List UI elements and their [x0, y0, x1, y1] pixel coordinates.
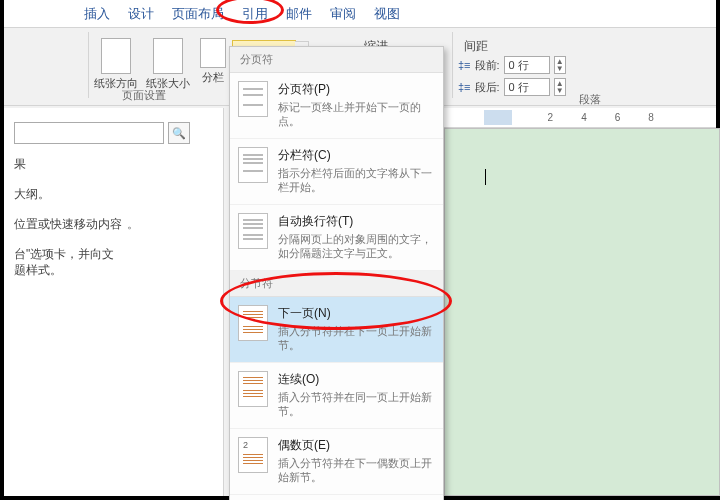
panel-text-4a: 台"选项卡，并向文	[14, 247, 114, 261]
orientation-button[interactable]: 纸张方向	[92, 34, 140, 91]
breaks-menu: 分页符 分页符(P) 标记一页终止并开始下一页的点。 分栏符(C) 指示分栏符后…	[229, 46, 444, 500]
menu-item-desc: 插入分节符并在同一页上开始新节。	[278, 390, 435, 418]
menu-item-next-page[interactable]: 下一页(N) 插入分节符并在下一页上开始新节。	[230, 297, 443, 363]
continuous-icon	[238, 371, 268, 407]
ruler-margin	[484, 110, 512, 125]
columns-label: 分栏	[202, 71, 224, 83]
tab-view[interactable]: 视图	[374, 5, 400, 23]
tab-review[interactable]: 审阅	[330, 5, 356, 23]
menu-item-odd-page[interactable]: 1 奇数页(D) 插入分节符并在下一奇数页上开始新节。	[230, 495, 443, 500]
column-break-icon	[238, 147, 268, 183]
menu-item-even-page[interactable]: 2 偶数页(E) 插入分节符并在下一偶数页上开始新节。	[230, 429, 443, 495]
spacing-after-label: 段后:	[475, 80, 500, 95]
tab-insert[interactable]: 插入	[84, 5, 110, 23]
text-wrap-icon	[238, 213, 268, 249]
paper-size-button[interactable]: 纸张大小	[144, 34, 192, 91]
search-button[interactable]: 🔍	[168, 122, 190, 144]
tab-references[interactable]: 引用	[242, 5, 268, 23]
tab-mailings[interactable]: 邮件	[286, 5, 312, 23]
next-page-icon	[238, 305, 268, 341]
menu-header-section-breaks: 分节符	[230, 271, 443, 297]
spacing-before: ‡≡ 段前: 0 行 ▲▼	[458, 56, 566, 74]
menu-item-desc: 插入分节符并在下一偶数页上开始新节。	[278, 456, 435, 484]
columns-button[interactable]: 分栏	[196, 34, 230, 85]
spacing-before-input[interactable]: 0 行	[504, 56, 550, 74]
tab-page-layout[interactable]: 页面布局	[172, 5, 224, 23]
ribbon-tabs: 插入 设计 页面布局 引用 邮件 审阅 视图	[4, 0, 716, 28]
menu-item-desc: 标记一页终止并开始下一页的点。	[278, 100, 435, 128]
spacing-group-label: 间距	[464, 38, 488, 55]
menu-item-title: 分页符(P)	[278, 81, 435, 98]
menu-item-text-wrap[interactable]: 自动换行符(T) 分隔网页上的对象周围的文字，如分隔题注文字与正文。	[230, 205, 443, 271]
menu-item-desc: 指示分栏符后面的文字将从下一栏开始。	[278, 166, 435, 194]
menu-item-title: 自动换行符(T)	[278, 213, 435, 230]
menu-header-page-breaks: 分页符	[230, 47, 443, 73]
spacing-before-label: 段前:	[475, 58, 500, 73]
navigation-pane: 🔍 果 大纲。 位置或快速移动内容。 台"选项卡，并向文 题样式。	[4, 108, 224, 496]
ruler-tick-4: 6	[615, 112, 621, 123]
ruler[interactable]: 2 2 4 6 8	[444, 108, 716, 128]
menu-item-title: 分栏符(C)	[278, 147, 435, 164]
search-input[interactable]	[14, 122, 164, 144]
orientation-icon	[101, 38, 131, 74]
menu-item-title: 下一页(N)	[278, 305, 435, 322]
menu-item-continuous[interactable]: 连续(O) 插入分节符并在同一页上开始新节。	[230, 363, 443, 429]
spacing-after: ‡≡ 段后: 0 行 ▲▼	[458, 78, 566, 96]
menu-item-title: 连续(O)	[278, 371, 435, 388]
spacing-before-stepper[interactable]: ▲▼	[554, 56, 566, 74]
columns-icon	[200, 38, 226, 68]
spacing-after-stepper[interactable]: ▲▼	[554, 78, 566, 96]
spacing-after-icon: ‡≡	[458, 81, 471, 93]
spacing-after-input[interactable]: 0 行	[504, 78, 550, 96]
panel-text-3: 位置或快速移动内容	[14, 217, 122, 231]
ruler-tick-3: 4	[581, 112, 587, 123]
panel-text-2: 大纲。	[14, 187, 50, 201]
menu-item-title: 偶数页(E)	[278, 437, 435, 454]
menu-item-desc: 分隔网页上的对象周围的文字，如分隔题注文字与正文。	[278, 232, 435, 260]
menu-item-column-break[interactable]: 分栏符(C) 指示分栏符后面的文字将从下一栏开始。	[230, 139, 443, 205]
panel-text-1: 果	[14, 157, 26, 171]
page-break-icon	[238, 81, 268, 117]
group-page-setup-label: 页面设置	[122, 88, 166, 103]
search-icon: 🔍	[172, 127, 186, 140]
panel-text-4b: 题样式。	[14, 263, 62, 277]
text-cursor	[485, 169, 486, 185]
ruler-tick-5: 8	[648, 112, 654, 123]
even-page-icon: 2	[238, 437, 268, 473]
ruler-tick-2: 2	[548, 112, 554, 123]
tab-design[interactable]: 设计	[128, 5, 154, 23]
menu-item-page-break[interactable]: 分页符(P) 标记一页终止并开始下一页的点。	[230, 73, 443, 139]
paper-size-icon	[153, 38, 183, 74]
spacing-before-icon: ‡≡	[458, 59, 471, 71]
document-area[interactable]	[444, 128, 720, 496]
menu-item-desc: 插入分节符并在下一页上开始新节。	[278, 324, 435, 352]
group-paragraph-label: 段落	[579, 92, 601, 107]
